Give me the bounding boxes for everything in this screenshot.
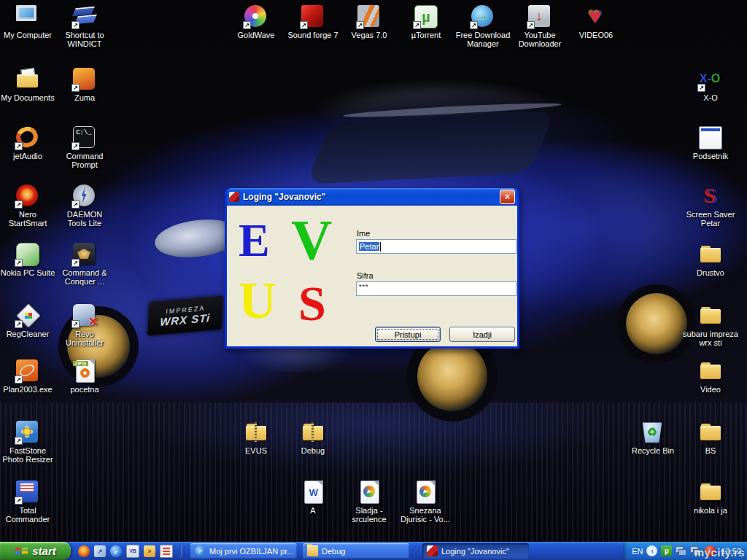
- icon-label: subaru impreza wrx sti: [683, 330, 738, 347]
- icon-label: jetAudio: [0, 152, 55, 160]
- desktop-icon-nikola-folder[interactable]: nikola i ja: [683, 480, 738, 515]
- desktop-icon-goldwave[interactable]: GoldWave: [228, 4, 284, 39]
- password-input[interactable]: ***: [356, 281, 516, 296]
- nero-icon: [14, 184, 42, 208]
- desktop-icon-bs-folder[interactable]: BS: [683, 420, 738, 455]
- dialog-body: E V U S Ime Petar Sifra *** Pristupi Iza…: [227, 206, 517, 346]
- desktop-icon-free-download-manager[interactable]: Free Download Manager: [455, 4, 511, 48]
- quick-launch-exchange-icon[interactable]: [144, 545, 155, 557]
- dialog-titlebar[interactable]: Loging "Jovanovic": [227, 188, 517, 206]
- desktop-icon-daemon-tools[interactable]: DAEMON Tools Lite: [57, 184, 112, 228]
- desktop-icon-zuma[interactable]: Zuma: [57, 67, 112, 102]
- icon-label: Shortcut to WINDICT: [57, 31, 112, 48]
- car-wheel-middle: [417, 341, 487, 411]
- media-player-icon: [419, 486, 431, 497]
- icon-label: Podsetnik: [683, 152, 738, 160]
- desktop-icon-screensaver-petar[interactable]: Screen Saver Petar: [683, 184, 738, 228]
- icon-label: Recycle Bin: [625, 446, 681, 455]
- folder-icon: [697, 480, 724, 504]
- tray-network-icon[interactable]: [676, 545, 686, 556]
- shortcut-arrow-icon: [413, 21, 421, 29]
- utorrent-icon: [412, 4, 440, 28]
- tray-utorrent-icon[interactable]: [661, 545, 672, 556]
- shortcut-arrow-icon: [15, 201, 23, 209]
- start-button[interactable]: start: [0, 542, 71, 560]
- icon-label: Command & Conquer ...: [57, 268, 112, 286]
- quick-launch-floppy-icon[interactable]: [160, 545, 173, 558]
- shortcut-arrow-icon: [71, 320, 80, 328]
- task-button-moj-prvi[interactable]: Moj prvi OZBILJAN pr...: [190, 543, 297, 559]
- shortcut-arrow-icon: [71, 259, 80, 267]
- icon-label: My Computer: [0, 31, 55, 39]
- shortcut-arrow-icon: [15, 142, 23, 150]
- icon-label: Snezana Djurisic - Vo...: [398, 506, 453, 524]
- task-button-debug[interactable]: Debug: [303, 543, 409, 559]
- recycle-bin-icon: [639, 420, 667, 444]
- desktop-icon-a-document[interactable]: A: [285, 480, 341, 515]
- windows-logo-icon: [15, 545, 28, 556]
- task-button-loging-jovanovic[interactable]: Loging "Jovanovic": [422, 543, 529, 559]
- screensaver-icon: [697, 184, 724, 208]
- desktop-icon-sound-forge[interactable]: Sound forge 7: [285, 4, 341, 39]
- desktop-icon-command-prompt[interactable]: Command Prompt: [57, 125, 112, 169]
- desktop-icon-xo[interactable]: X-O: [683, 67, 738, 102]
- shortcut-arrow-icon: [15, 320, 23, 328]
- quick-launch-vb-icon[interactable]: [126, 545, 139, 558]
- regcleaner-icon: [14, 303, 42, 327]
- desktop-icon-plan2003[interactable]: Plan2003.exe: [0, 359, 55, 394]
- desktop-icon-video06[interactable]: VIDEO06: [568, 4, 624, 39]
- desktop-icon-faststone[interactable]: FastStone Photo Resizer: [0, 420, 55, 464]
- desktop-icon-vegas[interactable]: Vegas 7.0: [341, 4, 397, 39]
- desktop-icon-nokia-pc-suite[interactable]: Nokia PC Suite: [0, 242, 55, 277]
- pristupi-button[interactable]: Pristupi: [375, 327, 441, 342]
- app-icon: [427, 545, 438, 556]
- video06-icon: [582, 4, 610, 28]
- desktop: IMPREZA WRX STi My Computer My Documents…: [0, 0, 747, 560]
- desktop-icon-evus-folder[interactable]: EVUS: [228, 420, 284, 455]
- start-label: start: [32, 545, 56, 557]
- close-icon[interactable]: [500, 190, 515, 204]
- desktop-icon-my-documents[interactable]: My Documents: [0, 67, 55, 102]
- desktop-icon-total-commander[interactable]: Total Commander: [0, 480, 55, 524]
- quick-launch-internet-explorer-icon[interactable]: [110, 545, 122, 557]
- quick-launch-browser-icon[interactable]: [78, 545, 90, 557]
- language-indicator[interactable]: EN: [632, 547, 643, 556]
- desktop-icon-pocetna[interactable]: pocetna: [57, 359, 112, 394]
- desktop-icon-recycle-bin[interactable]: Recycle Bin: [625, 420, 681, 455]
- icon-label: pocetna: [57, 385, 112, 394]
- desktop-icon-debug-folder[interactable]: Debug: [285, 420, 341, 455]
- jetaudio-icon: [14, 125, 42, 149]
- desktop-icon-snezana[interactable]: Snezana Djurisic - Vo...: [398, 480, 453, 524]
- izadji-button[interactable]: Izadji: [449, 327, 515, 342]
- desktop-icon-podsetnik[interactable]: Podsetnik: [683, 125, 738, 160]
- media-file-icon: [411, 480, 439, 504]
- zipper-icon: [311, 422, 314, 442]
- command-conquer-icon: [71, 242, 98, 266]
- app-icon: [229, 192, 239, 202]
- name-input[interactable]: Petar: [356, 239, 516, 254]
- desktop-icon-subaru-folder[interactable]: subaru impreza wrx sti: [683, 303, 738, 347]
- desktop-icon-sladja[interactable]: Sladja - srculence: [341, 480, 397, 524]
- revo-uninstaller-icon: [71, 303, 98, 327]
- desktop-icon-nero-startsmart[interactable]: Nero StartSmart: [0, 184, 55, 228]
- folder-icon: [307, 545, 318, 556]
- my-computer-icon: [14, 4, 42, 28]
- icon-label: BS: [683, 446, 738, 455]
- desktop-icon-drustvo[interactable]: Drustvo: [683, 242, 738, 277]
- desktop-icon-video-folder[interactable]: Video: [683, 359, 738, 394]
- desktop-icon-revo-uninstaller[interactable]: Revo Uninstaller: [57, 303, 112, 347]
- desktop-icon-command-conquer[interactable]: Command & Conquer ...: [57, 242, 112, 286]
- taskbar: start Moj prvi OZBILJAN pr... Debug Logi…: [0, 542, 747, 560]
- hide-icons-chevron-icon[interactable]: [646, 545, 657, 556]
- shortcut-arrow-icon: [697, 84, 705, 92]
- desktop-icon-utorrent[interactable]: µTorrent: [398, 4, 454, 39]
- quick-launch-launcher-icon[interactable]: [94, 545, 106, 557]
- desktop-icon-regcleaner[interactable]: RegCleaner: [0, 303, 55, 338]
- desktop-icon-youtube-downloader[interactable]: YouTube Downloader: [512, 4, 568, 48]
- jpg-thumbnail-icon: [80, 368, 90, 378]
- desktop-icon-jetaudio[interactable]: jetAudio: [0, 125, 55, 160]
- desktop-icon-windict[interactable]: Shortcut to WINDICT: [57, 4, 112, 48]
- impreza-badge: IMPREZA WRX STi: [147, 295, 223, 335]
- desktop-icon-my-computer[interactable]: My Computer: [0, 4, 55, 39]
- folder-icon: [697, 303, 724, 327]
